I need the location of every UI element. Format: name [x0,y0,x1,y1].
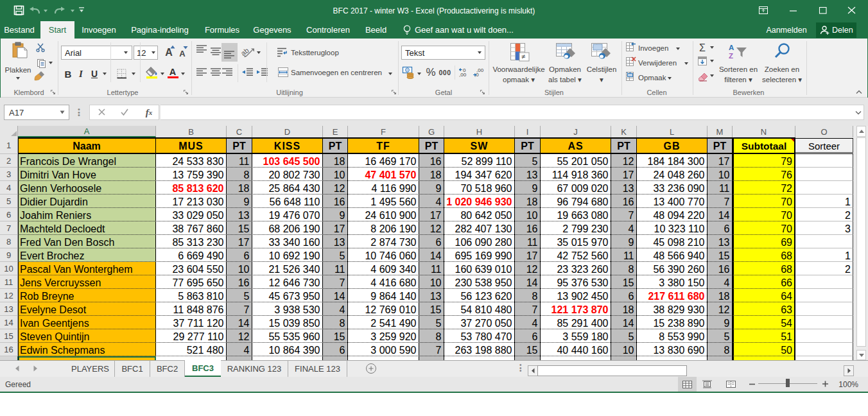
svg-text:,00: ,00 [459,72,467,78]
svg-text:A: A [729,44,734,51]
svg-text:Z: Z [729,52,733,60]
svg-text:≠: ≠ [521,53,525,60]
